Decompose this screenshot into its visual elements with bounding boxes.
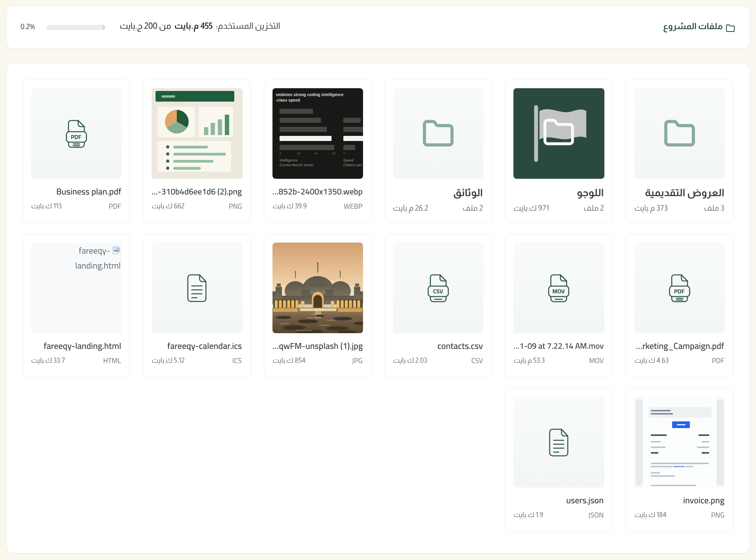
svg-text:20: 20 — [297, 152, 300, 155]
svg-text:0: 0 — [280, 152, 281, 155]
svg-text:Intelligence: Intelligence — [280, 158, 298, 162]
svg-text:(Cursor-Bench score): (Cursor-Bench score) — [280, 163, 313, 167]
svg-text:40: 40 — [315, 152, 318, 155]
svg-text:60: 60 — [332, 152, 335, 155]
svg-text:(Tokens per Se: (Tokens per Se — [343, 163, 363, 167]
svg-text:0: 0 — [343, 152, 345, 155]
svg-text:Speed: Speed — [343, 158, 354, 162]
